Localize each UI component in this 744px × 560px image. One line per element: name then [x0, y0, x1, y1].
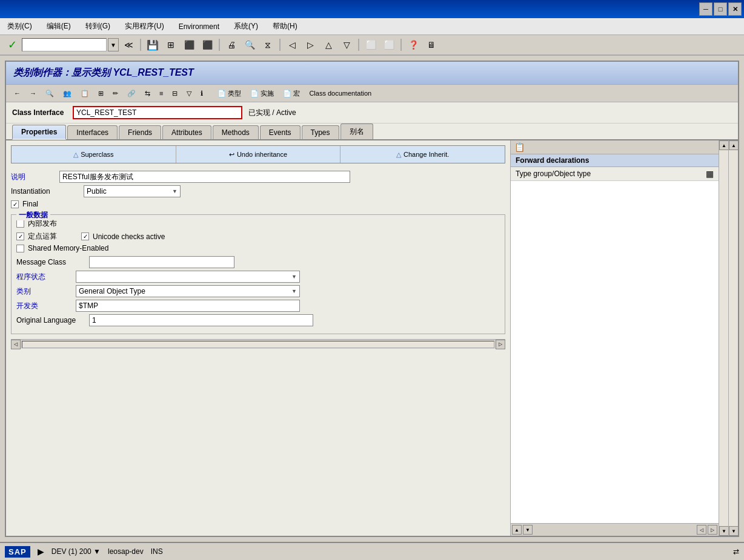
instantiation-dropdown[interactable]: Public ▼ — [84, 185, 181, 197]
right-header: 📋 — [511, 140, 719, 154]
check-button[interactable]: ✓ — [4, 37, 21, 53]
superclass-button[interactable]: △ Superclass — [12, 146, 176, 163]
tab-attributes[interactable]: Attributes — [162, 125, 211, 139]
help-button[interactable]: ❓ — [405, 37, 422, 53]
nav-down-button[interactable]: ▽ — [338, 37, 355, 53]
final-checkbox[interactable]: ✓ — [11, 200, 19, 208]
maximize-button[interactable]: □ — [714, 2, 727, 16]
general-data-label: 一般数据 — [16, 210, 50, 220]
transfer-btn[interactable]: ⇆ — [141, 87, 154, 100]
h-scrollbar[interactable]: ◁ ▷ — [11, 339, 505, 349]
h-scroll-right-btn[interactable]: ▷ — [496, 340, 505, 349]
close-button[interactable]: ✕ — [728, 2, 742, 16]
unicode-checkbox[interactable]: ✓ — [81, 232, 89, 240]
undo-inherit-icon: ↩ — [229, 151, 234, 159]
category-dropdown[interactable]: General Object Type ▼ — [76, 285, 300, 297]
change-inherit-button[interactable]: △ Change Inherit. — [340, 146, 505, 163]
menu-zhuan-dao[interactable]: 转到(G) — [83, 20, 113, 33]
menu-lei-bie[interactable]: 类别(C) — [5, 20, 35, 33]
play-icon[interactable]: ▶ — [38, 547, 44, 556]
cancel-button[interactable]: ⬛ — [199, 37, 216, 53]
back-button[interactable]: ≪ — [120, 37, 137, 53]
right-scroll-right[interactable]: ▷ — [708, 525, 717, 535]
right-scroll-down[interactable]: ▼ — [523, 525, 533, 535]
right-scroll-up[interactable]: ▲ — [512, 525, 522, 535]
h-scroll-left-btn[interactable]: ◁ — [11, 340, 21, 349]
right-left-scroll: ▲ ▼ — [512, 525, 533, 535]
layout-btn[interactable]: ⊞ — [94, 87, 108, 100]
unicode-label: Unicode checks active — [93, 232, 165, 241]
internal-publish-checkbox[interactable] — [16, 220, 24, 228]
print-button[interactable]: 🖨 — [223, 37, 240, 53]
menu-bang-zhu[interactable]: 帮助(H) — [270, 20, 300, 33]
stop-icon: ⬛ — [184, 40, 194, 50]
tab-methods[interactable]: Methods — [213, 125, 259, 139]
table-btn[interactable]: ⊟ — [168, 87, 182, 100]
right-vertical-scrollbar[interactable]: ▲ ▼ — [719, 140, 728, 536]
window1-button[interactable]: ⬜ — [362, 37, 379, 53]
tab-aliases[interactable]: 别名 — [340, 124, 373, 139]
vs-down-btn[interactable]: ▼ — [719, 526, 728, 536]
description-input[interactable] — [59, 171, 350, 183]
tab-friends[interactable]: Friends — [119, 125, 161, 139]
find-next-button[interactable]: ⧖ — [259, 37, 276, 53]
filter-btn[interactable]: ▽ — [182, 87, 196, 100]
dev-class-input[interactable]: $TMP — [76, 300, 300, 312]
description-row: 说明 — [11, 171, 505, 183]
info-btn[interactable]: ℹ — [196, 87, 207, 100]
vs-up-btn[interactable]: ▲ — [719, 140, 728, 150]
nav-left-button[interactable]: ◁ — [284, 37, 301, 53]
right-scroll-left[interactable]: ◁ — [697, 525, 706, 535]
fixed-point-checkbox[interactable]: ✓ — [16, 232, 24, 240]
nav-up-button[interactable]: △ — [320, 37, 337, 53]
list-btn[interactable]: ≡ — [155, 87, 167, 100]
window2-icon: ⬜ — [384, 40, 394, 50]
inheritance-row: △ Superclass ↩ Undo inheritance △ Change… — [11, 145, 505, 163]
find-button[interactable]: 🔍 — [241, 37, 258, 53]
class-type-btn[interactable]: 📄 类型 — [213, 87, 245, 100]
nav-fwd-btn[interactable]: → — [25, 87, 41, 100]
original-lang-input[interactable]: 1 — [89, 314, 313, 326]
main-vs-track — [729, 150, 738, 526]
toolbar-sep-3 — [279, 39, 281, 51]
copy-btn[interactable]: 📋 — [76, 87, 93, 100]
window2-button[interactable]: ⬜ — [380, 37, 397, 53]
command-input[interactable] — [22, 38, 107, 51]
magnify-btn[interactable]: 🔍 — [41, 87, 58, 100]
menu-xi-tong[interactable]: 系统(Y) — [231, 20, 261, 33]
nav-right-button[interactable]: ▷ — [302, 37, 319, 53]
class-doc-btn[interactable]: Class documentation — [305, 87, 376, 100]
menu-environment[interactable]: Environment — [176, 21, 222, 32]
edit-btn[interactable]: ✏ — [108, 87, 122, 100]
implementation-btn[interactable]: 📄 实施 — [246, 87, 278, 100]
main-vs-down[interactable]: ▼ — [729, 526, 738, 536]
undo-inherit-button[interactable]: ↩ Undo inheritance — [176, 146, 341, 163]
tab-interfaces[interactable]: Interfaces — [67, 125, 118, 139]
minimize-button[interactable]: ─ — [699, 2, 712, 16]
final-row: ✓ Final — [11, 200, 505, 208]
main-toolbar: ✓ ▼ ≪ 💾 ⊞ ⬛ ⬛ 🖨 🔍 ⧖ ◁ ▷ △ ▽ ⬜ ⬜ — [0, 35, 744, 56]
menu-bian-ji[interactable]: 编辑(E) — [44, 20, 73, 33]
h-scroll-track[interactable] — [22, 341, 494, 348]
shared-memory-checkbox[interactable] — [16, 245, 24, 252]
monitor-button[interactable]: 🖥 — [423, 37, 440, 53]
main-vs-up[interactable]: ▲ — [729, 140, 738, 150]
system-dropdown-arrow[interactable]: ▼ — [93, 547, 101, 556]
ref-btn[interactable]: 🔗 — [123, 87, 140, 100]
menu-shi-yong[interactable]: 实用程序(U) — [122, 20, 167, 33]
program-status-dropdown[interactable]: ▼ — [76, 271, 300, 283]
main-vertical-scrollbar[interactable]: ▲ ▼ — [728, 140, 738, 536]
save-button[interactable]: 💾 — [144, 37, 161, 53]
users-btn[interactable]: 👥 — [59, 87, 76, 100]
message-class-input[interactable] — [89, 256, 234, 268]
tab-types[interactable]: Types — [302, 125, 339, 139]
right-right-scroll: ◁ ▷ — [697, 525, 717, 535]
shortcut-button[interactable]: ⊞ — [162, 37, 179, 53]
stop-button[interactable]: ⬛ — [181, 37, 198, 53]
macro-btn[interactable]: 📄 宏 — [279, 87, 304, 100]
tab-events[interactable]: Events — [260, 125, 301, 139]
nav-back-btn[interactable]: ← — [10, 87, 25, 100]
command-dropdown[interactable]: ▼ — [108, 38, 119, 51]
tab-properties[interactable]: Properties — [12, 125, 66, 140]
class-interface-input[interactable] — [73, 106, 242, 119]
